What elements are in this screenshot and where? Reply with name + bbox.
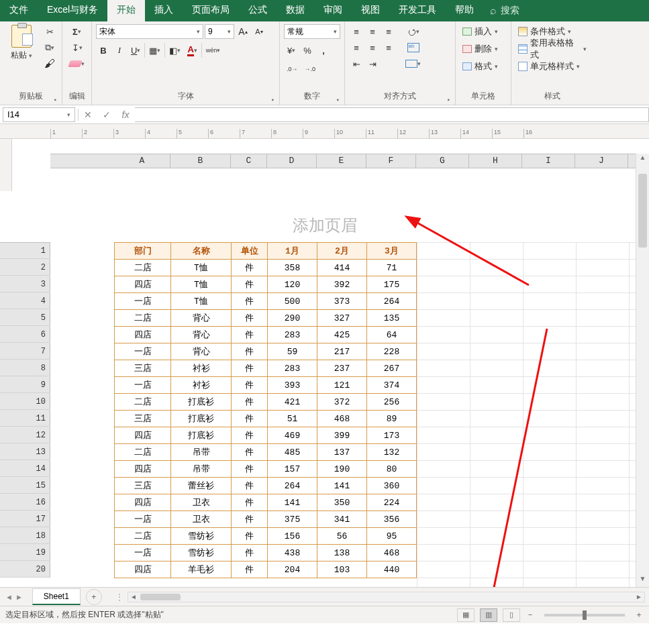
row-header-20[interactable]: 20 (0, 561, 50, 578)
column-header-J[interactable]: J (575, 154, 628, 168)
enter-formula-button[interactable] (97, 109, 116, 120)
cell[interactable]: 121 (317, 377, 367, 394)
cell[interactable]: 衬衫 (171, 360, 232, 377)
cell[interactable]: 95 (367, 528, 417, 545)
cell[interactable]: 一店 (115, 343, 171, 360)
row-header-8[interactable]: 8 (0, 360, 50, 376)
cell[interactable]: 356 (367, 511, 417, 528)
clipboard-launcher[interactable]: ▪ (54, 96, 56, 103)
table-row[interactable]: 一店卫衣件375341356 (115, 511, 417, 528)
table-header[interactable]: 2月 (317, 243, 367, 260)
cell[interactable]: 175 (367, 276, 417, 293)
table-row[interactable]: 四店卫衣件141350224 (115, 494, 417, 511)
row-header-16[interactable]: 16 (0, 494, 50, 511)
add-sheet-button[interactable]: + (86, 589, 102, 605)
page-header-placeholder[interactable]: 添加页眉 (0, 215, 649, 236)
cell[interactable]: 件 (232, 276, 268, 293)
delete-cells-button[interactable]: 删除 (460, 42, 507, 56)
row-header-5[interactable]: 5 (0, 309, 50, 326)
worksheet-grid[interactable]: 部门名称单位1月2月3月二店T恤件35841471四店T恤件120392175一… (50, 242, 636, 587)
cell[interactable]: 件 (232, 461, 268, 478)
cell[interactable]: 一店 (115, 377, 171, 394)
row-header-15[interactable]: 15 (0, 477, 50, 494)
cell[interactable]: 件 (232, 411, 268, 427)
cell[interactable]: 375 (268, 511, 317, 528)
cell[interactable]: 件 (232, 444, 268, 461)
cell[interactable]: 399 (317, 427, 367, 444)
cell[interactable]: 三店 (115, 411, 171, 427)
cell[interactable]: 137 (317, 444, 367, 461)
table-row[interactable]: 二店吊带件485137132 (115, 444, 417, 461)
cell[interactable]: 64 (367, 327, 417, 343)
row-header-1[interactable]: 1 (0, 242, 50, 259)
row-header-3[interactable]: 3 (0, 276, 50, 292)
cell[interactable]: 四店 (115, 327, 171, 343)
cell[interactable]: 485 (268, 444, 317, 461)
table-row[interactable]: 一店雪纺衫件438138468 (115, 545, 417, 561)
cell[interactable]: 羊毛衫 (171, 561, 232, 578)
cell[interactable]: 103 (317, 561, 367, 578)
align-middle-button[interactable] (365, 24, 380, 39)
table-row[interactable]: 二店打底衫件421372256 (115, 394, 417, 411)
align-bottom-button[interactable] (381, 24, 396, 39)
cell[interactable]: 51 (268, 411, 317, 427)
row-header-6[interactable]: 6 (0, 326, 50, 343)
tab-file[interactable]: 文件 (0, 0, 38, 21)
cell[interactable]: 374 (367, 377, 417, 394)
cell[interactable]: 138 (317, 545, 367, 561)
tab-help[interactable]: 帮助 (446, 0, 483, 21)
tab-data[interactable]: 数据 (277, 0, 314, 21)
copy-button[interactable] (42, 40, 58, 55)
cell[interactable]: 327 (317, 310, 367, 327)
cell[interactable]: 392 (317, 276, 367, 293)
bold-button[interactable] (96, 43, 111, 58)
cell[interactable]: 卫衣 (171, 511, 232, 528)
cell[interactable]: 件 (232, 327, 268, 343)
cell[interactable]: 468 (317, 411, 367, 427)
row-header-19[interactable]: 19 (0, 544, 50, 561)
cell[interactable]: T恤 (171, 293, 232, 310)
cell[interactable]: 件 (232, 511, 268, 528)
cell[interactable]: 蕾丝衫 (171, 478, 232, 494)
data-table[interactable]: 部门名称单位1月2月3月二店T恤件35841471四店T恤件120392175一… (114, 242, 417, 578)
tab-view[interactable]: 视图 (352, 0, 389, 21)
view-page-break-button[interactable]: ▯ (503, 608, 520, 622)
cell[interactable]: 件 (232, 310, 268, 327)
cell[interactable]: 四店 (115, 461, 171, 478)
table-row[interactable]: 一店T恤件500373264 (115, 293, 417, 310)
vertical-ruler[interactable] (0, 139, 12, 191)
row-header-13[interactable]: 13 (0, 443, 50, 460)
cell[interactable]: 卫衣 (171, 494, 232, 511)
cell[interactable]: 217 (317, 343, 367, 360)
cell[interactable]: 件 (232, 427, 268, 444)
cell[interactable]: 157 (268, 461, 317, 478)
align-top-button[interactable] (349, 24, 364, 39)
column-header-A[interactable]: A (114, 154, 170, 168)
cell[interactable]: 190 (317, 461, 367, 478)
table-row[interactable]: 三店衬衫件283237267 (115, 360, 417, 377)
cell[interactable]: 二店 (115, 310, 171, 327)
accounting-format-button[interactable] (284, 43, 299, 58)
underline-button[interactable] (128, 43, 143, 58)
table-row[interactable]: 四店T恤件120392175 (115, 276, 417, 293)
increase-decimal-button[interactable] (284, 62, 301, 76)
cell[interactable]: 打底衫 (171, 411, 232, 427)
vscroll-thumb[interactable] (638, 174, 647, 248)
zoom-in-button[interactable]: ＋ (634, 609, 644, 621)
table-row[interactable]: 三店蕾丝衫件264141360 (115, 478, 417, 494)
cell[interactable]: 二店 (115, 444, 171, 461)
sheet-nav-next[interactable]: ► (15, 593, 23, 601)
insert-cells-button[interactable]: 插入 (460, 24, 507, 39)
cell[interactable]: 件 (232, 494, 268, 511)
cell[interactable]: 背心 (171, 310, 232, 327)
table-row[interactable]: 二店T恤件35841471 (115, 260, 417, 276)
cell[interactable]: 件 (232, 377, 268, 394)
cell-styles-button[interactable]: 单元格样式 (515, 59, 589, 74)
cell[interactable]: 四店 (115, 561, 171, 578)
cell[interactable]: 四店 (115, 427, 171, 444)
cell[interactable]: 吊带 (171, 461, 232, 478)
cell[interactable]: 89 (367, 411, 417, 427)
cell[interactable]: 141 (268, 494, 317, 511)
format-as-table-button[interactable]: 套用表格格式 (515, 42, 589, 56)
cell[interactable]: 一店 (115, 545, 171, 561)
